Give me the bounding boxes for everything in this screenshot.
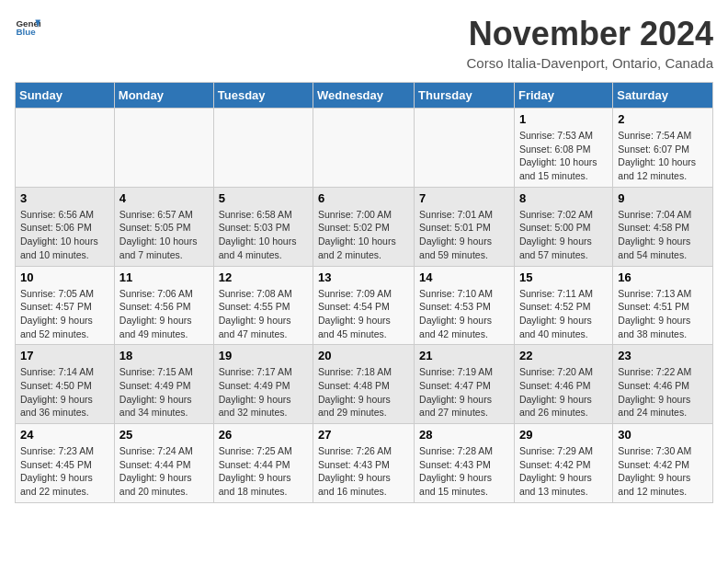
calendar-cell: 2Sunrise: 7:54 AM Sunset: 6:07 PM Daylig… — [613, 109, 713, 188]
weekday-header-row: SundayMondayTuesdayWednesdayThursdayFrid… — [16, 83, 713, 109]
header: General Blue November 2024 Corso Italia-… — [15, 15, 713, 71]
day-number: 8 — [519, 191, 608, 205]
calendar-cell: 22Sunrise: 7:20 AM Sunset: 4:46 PM Dayli… — [514, 345, 612, 424]
day-number: 15 — [519, 270, 608, 284]
day-number: 19 — [219, 349, 308, 362]
day-number: 16 — [618, 270, 708, 284]
logo: General Blue — [15, 15, 40, 40]
day-info: Sunrise: 7:28 AM Sunset: 4:43 PM Dayligh… — [419, 444, 509, 499]
day-number: 30 — [618, 428, 708, 442]
title-area: November 2024 Corso Italia-Davenport, On… — [467, 15, 713, 71]
week-row-1: 1Sunrise: 7:53 AM Sunset: 6:08 PM Daylig… — [16, 109, 713, 188]
weekday-header-friday: Friday — [514, 83, 612, 109]
day-info: Sunrise: 6:56 AM Sunset: 5:06 PM Dayligh… — [20, 208, 109, 262]
day-number: 21 — [419, 349, 509, 362]
day-number: 24 — [20, 428, 109, 442]
calendar-cell: 27Sunrise: 7:26 AM Sunset: 4:43 PM Dayli… — [313, 424, 415, 503]
weekday-header-thursday: Thursday — [415, 83, 515, 109]
day-info: Sunrise: 6:57 AM Sunset: 5:05 PM Dayligh… — [119, 208, 209, 262]
calendar-cell: 8Sunrise: 7:02 AM Sunset: 5:00 PM Daylig… — [514, 187, 612, 266]
calendar-cell: 29Sunrise: 7:29 AM Sunset: 4:42 PM Dayli… — [514, 424, 612, 503]
day-number: 11 — [119, 270, 209, 284]
week-row-4: 17Sunrise: 7:14 AM Sunset: 4:50 PM Dayli… — [16, 345, 713, 424]
calendar-cell: 20Sunrise: 7:18 AM Sunset: 4:48 PM Dayli… — [313, 345, 415, 424]
day-number: 3 — [20, 191, 109, 205]
weekday-header-sunday: Sunday — [16, 83, 115, 109]
weekday-header-wednesday: Wednesday — [313, 83, 415, 109]
day-info: Sunrise: 7:05 AM Sunset: 4:57 PM Dayligh… — [20, 287, 109, 341]
calendar-cell: 19Sunrise: 7:17 AM Sunset: 4:49 PM Dayli… — [213, 345, 313, 424]
day-info: Sunrise: 7:20 AM Sunset: 4:46 PM Dayligh… — [519, 365, 608, 419]
calendar-cell: 3Sunrise: 6:56 AM Sunset: 5:06 PM Daylig… — [16, 187, 115, 266]
day-number: 26 — [219, 428, 308, 442]
day-info: Sunrise: 7:15 AM Sunset: 4:49 PM Dayligh… — [119, 365, 209, 419]
day-number: 14 — [419, 270, 509, 284]
calendar-cell: 24Sunrise: 7:23 AM Sunset: 4:45 PM Dayli… — [16, 424, 115, 503]
day-info: Sunrise: 7:54 AM Sunset: 6:07 PM Dayligh… — [618, 129, 708, 183]
calendar-cell: 23Sunrise: 7:22 AM Sunset: 4:46 PM Dayli… — [613, 345, 713, 424]
month-title: November 2024 — [467, 15, 713, 53]
day-info: Sunrise: 7:19 AM Sunset: 4:47 PM Dayligh… — [419, 365, 509, 419]
day-number: 5 — [219, 191, 308, 205]
calendar-cell: 11Sunrise: 7:06 AM Sunset: 4:56 PM Dayli… — [114, 266, 213, 345]
day-info: Sunrise: 7:06 AM Sunset: 4:56 PM Dayligh… — [119, 287, 209, 341]
day-number: 4 — [119, 191, 209, 205]
day-number: 6 — [318, 191, 409, 205]
calendar-cell: 5Sunrise: 6:58 AM Sunset: 5:03 PM Daylig… — [213, 187, 313, 266]
day-number: 23 — [618, 349, 708, 362]
calendar-cell: 12Sunrise: 7:08 AM Sunset: 4:55 PM Dayli… — [213, 266, 313, 345]
calendar-cell: 4Sunrise: 6:57 AM Sunset: 5:05 PM Daylig… — [114, 187, 213, 266]
day-info: Sunrise: 7:13 AM Sunset: 4:51 PM Dayligh… — [618, 287, 708, 341]
logo-icon: General Blue — [15, 15, 40, 40]
calendar-cell: 7Sunrise: 7:01 AM Sunset: 5:01 PM Daylig… — [415, 187, 515, 266]
day-number: 17 — [20, 349, 109, 362]
day-info: Sunrise: 7:01 AM Sunset: 5:01 PM Dayligh… — [419, 208, 509, 262]
calendar-cell: 15Sunrise: 7:11 AM Sunset: 4:52 PM Dayli… — [514, 266, 612, 345]
day-number: 9 — [618, 191, 708, 205]
day-info: Sunrise: 7:17 AM Sunset: 4:49 PM Dayligh… — [219, 365, 308, 419]
svg-text:Blue: Blue — [16, 27, 36, 37]
day-info: Sunrise: 7:09 AM Sunset: 4:54 PM Dayligh… — [318, 287, 409, 341]
day-number: 13 — [318, 270, 409, 284]
weekday-header-saturday: Saturday — [613, 83, 713, 109]
calendar-cell — [114, 109, 213, 188]
week-row-3: 10Sunrise: 7:05 AM Sunset: 4:57 PM Dayli… — [16, 266, 713, 345]
weekday-header-monday: Monday — [114, 83, 213, 109]
calendar-cell: 30Sunrise: 7:30 AM Sunset: 4:42 PM Dayli… — [613, 424, 713, 503]
day-info: Sunrise: 7:26 AM Sunset: 4:43 PM Dayligh… — [318, 444, 409, 499]
calendar-cell: 21Sunrise: 7:19 AM Sunset: 4:47 PM Dayli… — [415, 345, 515, 424]
day-number: 20 — [318, 349, 409, 362]
calendar-cell: 18Sunrise: 7:15 AM Sunset: 4:49 PM Dayli… — [114, 345, 213, 424]
day-number: 29 — [519, 428, 608, 442]
day-number: 28 — [419, 428, 509, 442]
day-number: 12 — [219, 270, 308, 284]
day-number: 22 — [519, 349, 608, 362]
calendar-cell: 10Sunrise: 7:05 AM Sunset: 4:57 PM Dayli… — [16, 266, 115, 345]
day-info: Sunrise: 7:11 AM Sunset: 4:52 PM Dayligh… — [519, 287, 608, 341]
day-number: 25 — [119, 428, 209, 442]
day-info: Sunrise: 6:58 AM Sunset: 5:03 PM Dayligh… — [219, 208, 308, 262]
calendar-cell: 1Sunrise: 7:53 AM Sunset: 6:08 PM Daylig… — [514, 109, 612, 188]
day-info: Sunrise: 7:14 AM Sunset: 4:50 PM Dayligh… — [20, 365, 109, 419]
day-number: 10 — [20, 270, 109, 284]
day-number: 18 — [119, 349, 209, 362]
day-info: Sunrise: 7:53 AM Sunset: 6:08 PM Dayligh… — [519, 129, 608, 183]
day-info: Sunrise: 7:22 AM Sunset: 4:46 PM Dayligh… — [618, 365, 708, 419]
calendar-cell — [213, 109, 313, 188]
calendar-cell — [16, 109, 115, 188]
day-number: 2 — [618, 112, 708, 126]
calendar-cell: 17Sunrise: 7:14 AM Sunset: 4:50 PM Dayli… — [16, 345, 115, 424]
calendar-cell: 9Sunrise: 7:04 AM Sunset: 4:58 PM Daylig… — [613, 187, 713, 266]
calendar-cell: 25Sunrise: 7:24 AM Sunset: 4:44 PM Dayli… — [114, 424, 213, 503]
day-number: 1 — [519, 112, 608, 126]
day-info: Sunrise: 7:02 AM Sunset: 5:00 PM Dayligh… — [519, 208, 608, 262]
weekday-header-tuesday: Tuesday — [213, 83, 313, 109]
calendar-table: SundayMondayTuesdayWednesdayThursdayFrid… — [15, 82, 713, 503]
day-info: Sunrise: 7:10 AM Sunset: 4:53 PM Dayligh… — [419, 287, 509, 341]
subtitle: Corso Italia-Davenport, Ontario, Canada — [467, 55, 713, 71]
day-info: Sunrise: 7:25 AM Sunset: 4:44 PM Dayligh… — [219, 444, 308, 499]
day-info: Sunrise: 7:00 AM Sunset: 5:02 PM Dayligh… — [318, 208, 409, 262]
calendar-cell: 28Sunrise: 7:28 AM Sunset: 4:43 PM Dayli… — [415, 424, 515, 503]
day-info: Sunrise: 7:29 AM Sunset: 4:42 PM Dayligh… — [519, 444, 608, 499]
day-info: Sunrise: 7:08 AM Sunset: 4:55 PM Dayligh… — [219, 287, 308, 341]
